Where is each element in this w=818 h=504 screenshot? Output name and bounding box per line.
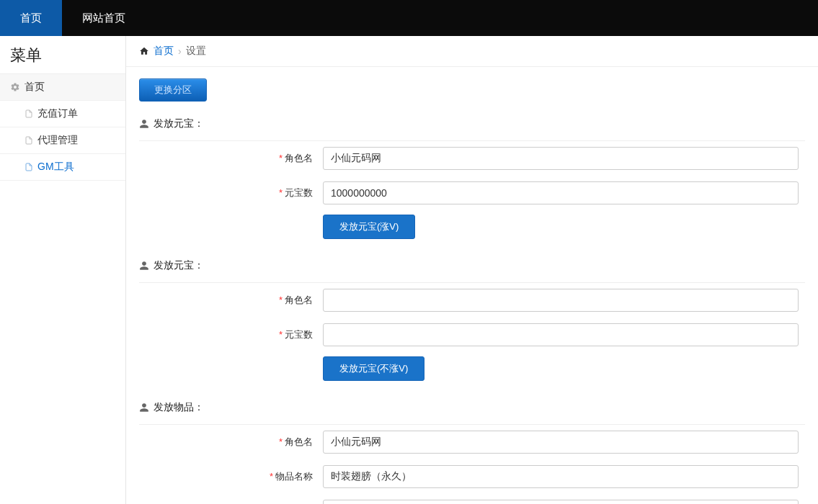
label-item-name: *物品名称	[139, 470, 323, 483]
label-yuanbao-amount: *元宝数	[139, 328, 323, 341]
grant-yuanbao-v-button[interactable]: 发放元宝(涨V)	[323, 215, 415, 239]
change-zone-button[interactable]: 更换分区	[139, 78, 207, 102]
grant-yuanbao-nov-button[interactable]: 发放元宝(不涨V)	[323, 356, 424, 381]
breadcrumb: 首页 › 设置	[126, 36, 818, 67]
home-icon	[139, 46, 149, 56]
section-title: 发放物品：	[139, 401, 805, 414]
section-title: 发放元宝：	[139, 259, 805, 272]
section-grant-yuanbao-v: 发放元宝： *角色名 *元宝数 发放元宝(涨V)	[139, 117, 805, 243]
navbar: 首页 网站首页	[0, 0, 818, 36]
input-yuanbao-amount-1[interactable]	[323, 181, 799, 204]
label-role-name: *角色名	[139, 436, 323, 449]
sidebar-item-label: GM工具	[37, 161, 74, 174]
input-role-name-3[interactable]	[323, 431, 799, 454]
input-yuanbao-amount-2[interactable]	[323, 323, 799, 346]
user-icon	[139, 402, 149, 413]
sidebar-item-agent-manage[interactable]: 代理管理	[0, 127, 125, 154]
sidebar-item-label: 代理管理	[37, 134, 78, 147]
user-icon	[139, 119, 149, 129]
sidebar-item-gm-tools[interactable]: GM工具	[0, 154, 125, 181]
breadcrumb-home-link[interactable]: 首页	[154, 45, 174, 58]
section-title: 发放元宝：	[139, 117, 805, 130]
input-role-name-1[interactable]	[323, 147, 799, 170]
sidebar-item-label: 充值订单	[37, 107, 78, 120]
breadcrumb-separator: ›	[178, 45, 182, 57]
nav-tab-site-home[interactable]: 网站首页	[62, 0, 146, 36]
input-role-name-2[interactable]	[323, 289, 799, 312]
label-role-name: *角色名	[139, 294, 323, 307]
user-icon	[139, 261, 149, 271]
section-title-text: 发放元宝：	[154, 259, 204, 272]
section-grant-yuanbao-nov: 发放元宝： *角色名 *元宝数 发放元宝(不涨V)	[139, 259, 805, 385]
page-icon	[25, 109, 33, 119]
sidebar-title: 菜单	[0, 36, 125, 74]
gear-icon	[10, 82, 20, 92]
label-role-name: *角色名	[139, 152, 323, 165]
breadcrumb-current: 设置	[186, 45, 206, 58]
page-icon	[25, 162, 33, 172]
section-grant-item: 发放物品： *角色名 *物品名称 *物品数量	[139, 401, 805, 504]
label-yuanbao-amount: *元宝数	[139, 186, 323, 199]
nav-tab-home[interactable]: 首页	[0, 0, 62, 36]
input-item-name[interactable]	[323, 465, 799, 488]
input-item-qty[interactable]	[323, 500, 799, 504]
section-title-text: 发放物品：	[154, 401, 204, 414]
sidebar: 菜单 首页 充值订单 代理管理 GM工具	[0, 36, 126, 504]
page-icon	[25, 135, 33, 145]
sidebar-item-label: 首页	[25, 81, 45, 94]
main-content: 首页 › 设置 更换分区 发放元宝： *角色名 *元宝数	[126, 36, 818, 504]
sidebar-item-home[interactable]: 首页	[0, 74, 125, 101]
sidebar-item-recharge-orders[interactable]: 充值订单	[0, 101, 125, 127]
section-title-text: 发放元宝：	[154, 117, 204, 130]
